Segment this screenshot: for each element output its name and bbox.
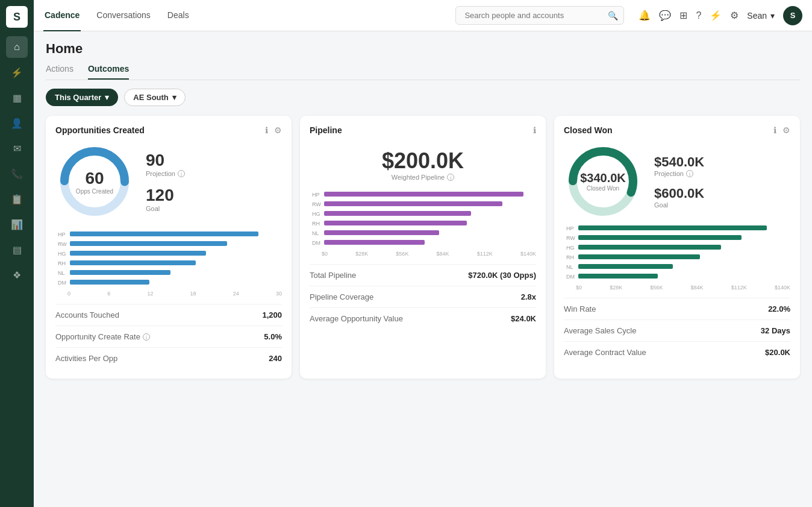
bar-row: HP [566, 225, 788, 231]
opp-bars: HP RW [55, 231, 282, 286]
sidebar-item-analytics[interactable]: 📊 [6, 213, 28, 235]
help-icon[interactable]: ? [696, 10, 701, 21]
opp-stats: 90 Projection i 120 Goal [146, 151, 185, 212]
pipeline-bars: HP RW HG RH [310, 192, 536, 246]
user-name: Sean [747, 11, 767, 20]
avatar[interactable]: S [783, 6, 802, 25]
main-content: Cadence Conversations Deals 🔍 🔔 💬 ⊞ ? ⚡ … [34, 0, 812, 507]
closed-projection-value: $540.0K [654, 154, 704, 170]
sidebar-item-home[interactable]: ⌂ [6, 36, 28, 58]
info-icon[interactable]: ℹ [265, 125, 268, 135]
bar-row: HG [566, 245, 788, 251]
bar-row: NL [566, 264, 788, 270]
metric-value: 32 Days [761, 326, 790, 335]
pipeline-info-icon[interactable]: i [447, 174, 454, 181]
closed-goal-label: Goal [654, 201, 704, 209]
filter-quarter-label: This Quarter [55, 93, 101, 102]
donut-opportunities: 60 Opps Created [55, 142, 134, 221]
closed-axis: $0$28K$56K$84K$112K$140K [564, 283, 790, 291]
notifications-icon[interactable]: 🔔 [639, 10, 651, 21]
sidebar-item-bars[interactable]: ▤ [6, 239, 28, 260]
closed-goal: $600.0K Goal [654, 186, 704, 209]
opp-goal-label: Goal [146, 205, 185, 212]
info-icon[interactable]: ℹ [533, 125, 536, 135]
pipeline-axis: $0$28K$56K$84K$112K$140K [310, 250, 536, 257]
sidebar-item-activity[interactable]: ⚡ [6, 61, 28, 83]
card-header-opportunities: Opportunities Created ℹ ⚙ [55, 125, 282, 135]
closed-proj-info-icon[interactable]: i [686, 170, 693, 177]
topnav-actions: 🔔 💬 ⊞ ? ⚡ ⚙ Sean ▾ S [639, 6, 802, 25]
metric-accounts-touched: Accounts Touched 1,200 [55, 304, 282, 326]
lightning-icon[interactable]: ⚡ [710, 10, 722, 21]
pipeline-label: Weighted Pipeline i [310, 174, 536, 181]
tab-actions[interactable]: Actions [46, 64, 73, 80]
metric-avg-sales-cycle: Average Sales Cycle 32 Days [564, 320, 790, 342]
tabs: Actions Outcomes [46, 64, 800, 80]
card-icons-closed: ℹ ⚙ [773, 125, 790, 135]
messages-icon[interactable]: 💬 [659, 10, 671, 21]
sidebar-item-plugin[interactable]: ❖ [6, 264, 28, 286]
bar-row: NL [58, 270, 280, 276]
opp-goal-value: 120 [146, 186, 185, 205]
metric-value: $20.0K [765, 348, 790, 357]
card-title-closed: Closed Won [564, 125, 613, 135]
closed-projection: $540.0K Projection i [654, 154, 704, 177]
opp-projection-label: Projection i [146, 170, 185, 177]
page-title: Home [46, 41, 800, 57]
metric-total-pipeline: Total Pipeline $720.0K (30 Opps) [310, 265, 536, 286]
closed-stats: $540.0K Projection i $600.0K Goal [654, 154, 704, 209]
settings-icon[interactable]: ⚙ [730, 10, 739, 21]
opp-axis: 0612182430 [55, 289, 282, 297]
bar-row: RW [566, 235, 788, 241]
sidebar-item-mail[interactable]: ✉ [6, 137, 28, 159]
donut-closed: $340.0K Closed Won [564, 142, 642, 221]
nav-deals[interactable]: Deals [166, 0, 190, 31]
search-icon: 🔍 [608, 11, 618, 20]
metric-value: $24.0K [511, 314, 536, 323]
user-menu[interactable]: Sean ▾ [747, 11, 775, 20]
bar-row: HP [58, 231, 280, 238]
metric-label: Opportunity Create Rate i [55, 332, 150, 341]
search-input[interactable] [455, 6, 624, 25]
gear-icon[interactable]: ⚙ [274, 125, 282, 135]
opp-rate-info-icon[interactable]: i [143, 333, 150, 341]
metric-value: 5.0% [264, 332, 282, 341]
tab-outcomes[interactable]: Outcomes [88, 64, 129, 80]
sidebar-item-grid[interactable]: ▦ [6, 87, 28, 109]
search-container: 🔍 [455, 6, 624, 25]
closed-top: $340.0K Closed Won $540.0K Projection i [564, 142, 790, 221]
card-icons-pipeline: ℹ [533, 125, 536, 135]
nav-conversations[interactable]: Conversations [95, 0, 152, 31]
sidebar-item-person[interactable]: 👤 [6, 112, 28, 134]
filter-ae-south[interactable]: AE South ▾ [124, 89, 186, 106]
closed-bars: HP RW [564, 225, 790, 280]
closed-chart: HP RW [564, 225, 790, 291]
bar-row: HG [58, 251, 280, 257]
sidebar-item-phone[interactable]: 📞 [6, 163, 28, 184]
card-icons-opportunities: ℹ ⚙ [265, 125, 282, 135]
info-icon[interactable]: ℹ [773, 125, 776, 135]
bar-row: NL [312, 230, 534, 236]
closed-center-label: Closed Won [580, 185, 626, 192]
page-content: Home Actions Outcomes This Quarter ▾ AE … [34, 31, 812, 507]
bar-row: DM [566, 274, 788, 280]
card-title-opportunities: Opportunities Created [55, 125, 145, 135]
bar-row: RH [58, 260, 280, 266]
donut-center-closed: $340.0K Closed Won [580, 171, 626, 192]
metric-value: 1,200 [262, 310, 282, 320]
metric-label: Total Pipeline [310, 271, 356, 280]
filter-this-quarter[interactable]: This Quarter ▾ [46, 89, 118, 106]
apps-icon[interactable]: ⊞ [679, 10, 687, 21]
gear-icon[interactable]: ⚙ [782, 125, 790, 135]
bar-row: RW [312, 201, 534, 207]
metric-label: Accounts Touched [55, 310, 119, 320]
sidebar-item-reports[interactable]: 📋 [6, 188, 28, 210]
projection-info-icon[interactable]: i [178, 170, 185, 177]
opp-goal: 120 Goal [146, 186, 185, 212]
nav-cadence[interactable]: Cadence [43, 0, 81, 31]
metric-label: Win Rate [564, 304, 596, 313]
metric-avg-opp-value: Average Opportunity Value $24.0K [310, 308, 536, 329]
metric-label: Pipeline Coverage [310, 292, 373, 301]
cards-row: Opportunities Created ℹ ⚙ 60 [46, 116, 800, 379]
metric-label: Average Sales Cycle [564, 326, 636, 335]
